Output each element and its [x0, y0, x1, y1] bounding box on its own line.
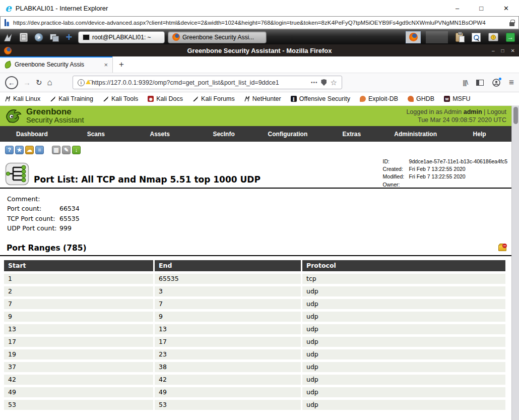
kali-menu-icon[interactable] [3, 31, 15, 43]
url-text[interactable]: https://127.0.0.1:9392/omp?cmd=get_port_… [92, 79, 307, 86]
bookmark-star-icon[interactable]: ☆ [330, 78, 337, 87]
nav-right-cluster: |||\ ≡ [463, 78, 514, 88]
bookmark-kali-tools[interactable]: Kali Tools [103, 95, 138, 102]
login-info: Logged in as Admin admin | Logout Tue Ma… [406, 108, 506, 125]
taskbar-tray: ? → [406, 31, 516, 43]
account-icon[interactable] [492, 79, 500, 87]
ie-window-title: PLABKALI01 - Internet Explorer [16, 5, 108, 12]
entity-meta: ID:9ddce1ae-57e7-11e1-b13c-406186ea4fc5 … [383, 158, 507, 189]
sidebar-toggle-icon[interactable] [476, 80, 484, 86]
offensive-security-icon: ∥ [291, 96, 297, 102]
screenshot-tool-icon[interactable] [470, 31, 482, 43]
taskbar-terminal-button[interactable]: root@PLABKALI01: ~ [78, 31, 165, 43]
file-manager-icon[interactable] [18, 31, 30, 43]
firefox-minimize-button[interactable]: – [492, 48, 495, 53]
list-icon[interactable]: ≡ [35, 146, 44, 154]
firefox-window-title: Greenbone Security Assistant - Mozilla F… [0, 47, 519, 54]
menu-secinfo[interactable]: SecInfo [192, 131, 256, 138]
firefox-close-button[interactable]: ✕ [511, 48, 515, 53]
tab-title: Greenbone Security Assis [15, 61, 100, 68]
tab-greenbone[interactable]: Greenbone Security Assis × [0, 56, 113, 73]
new-tab-button[interactable]: + [113, 56, 130, 73]
created-label: Created: [383, 165, 409, 173]
ie-close-button[interactable]: ✕ [503, 5, 509, 12]
terminal-task-label: root@PLABKALI01: ~ [92, 34, 151, 41]
ie-address-bar[interactable]: https://dev.practice-labs.com/device-adv… [0, 16, 519, 29]
page-actions-icon[interactable]: ••• [311, 80, 318, 85]
logout-link[interactable]: Logout [487, 108, 506, 115]
bookmark-kali-linux[interactable]: Kali Linux [5, 95, 40, 102]
page-info-icon[interactable]: i [78, 79, 85, 86]
ie-url-text[interactable]: https://dev.practice-labs.com/device-adv… [13, 20, 506, 26]
home-button[interactable]: ⌂ [47, 78, 52, 88]
bookmark-exploit-db[interactable]: Exploit-DB [360, 95, 398, 102]
clock-applet-icon[interactable]: ? [487, 31, 499, 43]
comment-label: Comment: [7, 194, 59, 204]
bookmark-msfu[interactable]: M MSFU [444, 95, 470, 102]
menu-administration[interactable]: Administration [383, 131, 447, 138]
tab-close-icon[interactable]: × [104, 61, 108, 69]
bookmark-offensive-security[interactable]: ∥ Offensive Security [291, 95, 350, 102]
table-cell: 1 [4, 274, 153, 284]
add-launcher-icon[interactable]: + [63, 31, 75, 43]
tracking-protection-icon[interactable] [321, 79, 327, 86]
clipboard-icon[interactable] [453, 31, 465, 43]
port-ranges-header: Port Ranges (785) [0, 241, 511, 256]
msfu-icon: M [444, 96, 450, 102]
trashcan-icon[interactable]: ▥ [52, 146, 60, 154]
menu-help[interactable]: Help [447, 131, 511, 138]
edit-icon[interactable]: ✎ [62, 146, 71, 154]
bookmark-ghdb[interactable]: GHDB [408, 95, 434, 102]
firefox-titlebar: Greenbone Security Assistant - Mozilla F… [0, 44, 519, 56]
menu-configuration[interactable]: Configuration [256, 131, 320, 138]
menu-extras[interactable]: Extras [319, 131, 383, 138]
bookmark-kali-docs[interactable]: ◉ Kali Docs [148, 95, 183, 102]
exploit-db-icon [360, 96, 366, 102]
detail-fields: Comment: Port count:66534 TCP Port count… [0, 189, 511, 241]
export-icon[interactable]: ↓ [72, 146, 81, 154]
table-cell: 3 [155, 286, 301, 296]
ie-minimize-button[interactable]: – [456, 5, 459, 12]
firefox-url-bar[interactable]: i https://127.0.0.1:9392/omp?cmd=get_por… [73, 76, 342, 89]
taskbar-firefox-button[interactable]: Greenbone Security Assi... [168, 31, 267, 43]
library-icon[interactable]: |||\ [463, 79, 468, 86]
workspace-pager[interactable] [406, 31, 421, 43]
menu-dashboard[interactable]: Dashboard [0, 131, 64, 138]
forward-button[interactable]: → [23, 78, 31, 87]
page-scrollbar[interactable] [511, 106, 519, 420]
greenbone-logo [4, 106, 23, 126]
bookmark-kali-forums[interactable]: Kali Forums [192, 95, 235, 102]
owner-label: Owner: [383, 181, 409, 189]
reload-button[interactable]: ↻ [36, 78, 42, 87]
page-header: Port List: All TCP and Nmap 5.51 top 100… [0, 156, 511, 189]
web-browser-icon[interactable] [33, 31, 45, 43]
table-cell: 53 [4, 400, 153, 410]
help-icon[interactable]: ? [5, 146, 14, 154]
greenbone-brand[interactable]: Greenbone Security Assistant [4, 106, 84, 126]
ie-maximize-button[interactable]: □ [479, 5, 483, 12]
clone-icon[interactable]: ☁ [25, 146, 34, 154]
firefox-restore-button[interactable]: □ [501, 48, 504, 53]
menu-scans[interactable]: Scans [64, 131, 128, 138]
bookmark-nethunter[interactable]: NetHunter [244, 95, 281, 102]
bookmark-kali-training[interactable]: Kali Training [50, 95, 93, 102]
table-cell: 23 [155, 349, 301, 359]
firefox-task-label: Greenbone Security Assi... [182, 34, 254, 41]
scrollbar-thumb[interactable] [513, 107, 518, 124]
dagger-icon [192, 96, 199, 102]
menu-hamburger-icon[interactable]: ≡ [509, 78, 514, 88]
fold-icon[interactable] [498, 245, 506, 251]
workspaces-icon[interactable] [48, 31, 60, 43]
back-button[interactable]: ← [5, 76, 18, 89]
logout-icon[interactable]: → [504, 31, 516, 43]
menu-assets[interactable]: Assets [128, 131, 192, 138]
new-icon[interactable]: ★ [15, 146, 24, 154]
kali-docs-icon: ◉ [148, 96, 154, 102]
login-separator: | [484, 108, 485, 115]
table-cell: udp [302, 299, 505, 309]
udp-port-count-value: 999 [59, 223, 72, 233]
login-role: Admin [444, 108, 462, 115]
server-datetime: Tue Mar 24 09:08:57 2020 UTC [406, 116, 506, 124]
port-ranges-title: Port Ranges (785) [7, 244, 87, 253]
logged-in-prefix: Logged in as [406, 108, 442, 115]
